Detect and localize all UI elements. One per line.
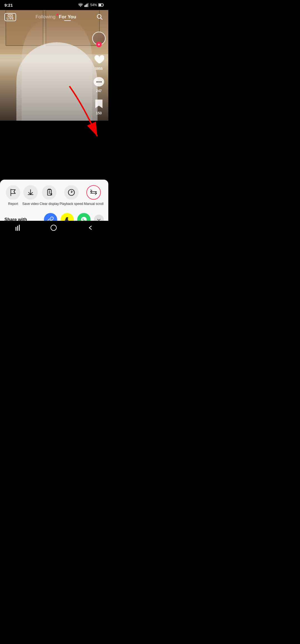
bookmark-action[interactable]: 153 (93, 98, 105, 115)
search-button[interactable] (96, 13, 104, 21)
live-badge[interactable]: LIVE (4, 13, 16, 21)
svg-point-11 (71, 192, 72, 193)
like-count: 5955 (95, 67, 103, 71)
bottom-nav-bar (0, 221, 108, 235)
status-time: 9:21 (4, 3, 13, 8)
clear-display-button[interactable]: Clear display (40, 185, 59, 206)
save-video-label: Save video (22, 202, 39, 206)
status-icons: 54% (78, 3, 104, 7)
clear-display-label: Clear display (40, 202, 59, 206)
creator-avatar[interactable]: + (92, 32, 106, 45)
tv-icon (8, 14, 13, 17)
svg-rect-3 (88, 3, 89, 7)
status-bar: 9:21 54% (0, 0, 108, 10)
search-icon (96, 14, 103, 20)
nav-following[interactable]: Following (36, 14, 56, 20)
nav-tabs: Following For You (36, 14, 76, 20)
playback-speed-button[interactable]: Playback speed (60, 185, 83, 206)
follow-button[interactable]: + (96, 42, 102, 47)
svg-rect-5 (99, 4, 101, 6)
heart-icon (94, 55, 104, 65)
like-action[interactable]: 5955 (93, 53, 105, 71)
like-button[interactable] (93, 53, 105, 66)
manual-scroll-icon (90, 189, 98, 196)
manual-scroll-label: Manual scroll (84, 202, 104, 206)
bookmark-icon (95, 99, 103, 109)
comment-button[interactable] (93, 76, 105, 88)
save-video-icon-container (23, 185, 38, 200)
wifi-icon (78, 3, 83, 7)
svg-rect-1 (86, 4, 86, 7)
clear-icon (46, 189, 53, 196)
comment-count: 247 (96, 89, 102, 93)
flag-icon (9, 189, 17, 196)
nav-live-dot (56, 14, 58, 16)
bookmark-button[interactable] (93, 98, 105, 110)
report-button[interactable]: Report (5, 185, 21, 206)
top-nav: LIVE Following For You (0, 10, 108, 24)
playback-speed-icon-container (64, 185, 79, 200)
svg-rect-2 (87, 4, 88, 7)
speed-icon (68, 189, 75, 196)
download-icon (27, 189, 34, 196)
actions-row: Report Save video Clear disp (4, 185, 104, 206)
clear-display-icon-container (42, 185, 56, 200)
right-actions: + 5955 247 153 (92, 32, 106, 115)
manual-scroll-button[interactable]: Manual scroll (84, 185, 104, 206)
comment-bubble (94, 77, 104, 86)
comment-action[interactable]: 247 (93, 76, 105, 93)
report-icon-container (6, 185, 20, 200)
signal-icon (84, 3, 89, 7)
manual-scroll-icon-container (86, 185, 101, 200)
nav-menu-icon (16, 225, 20, 231)
battery-percentage: 54% (90, 3, 97, 7)
bookmark-count: 153 (96, 111, 102, 115)
nav-foryou[interactable]: For You (59, 14, 76, 20)
svg-rect-0 (84, 5, 85, 7)
battery-icon (98, 3, 104, 7)
save-video-button[interactable]: Save video (22, 185, 39, 206)
report-label: Report (8, 202, 18, 206)
nav-back-icon[interactable] (88, 225, 93, 231)
nav-home-icon (51, 225, 57, 231)
playback-speed-label: Playback speed (60, 202, 83, 206)
